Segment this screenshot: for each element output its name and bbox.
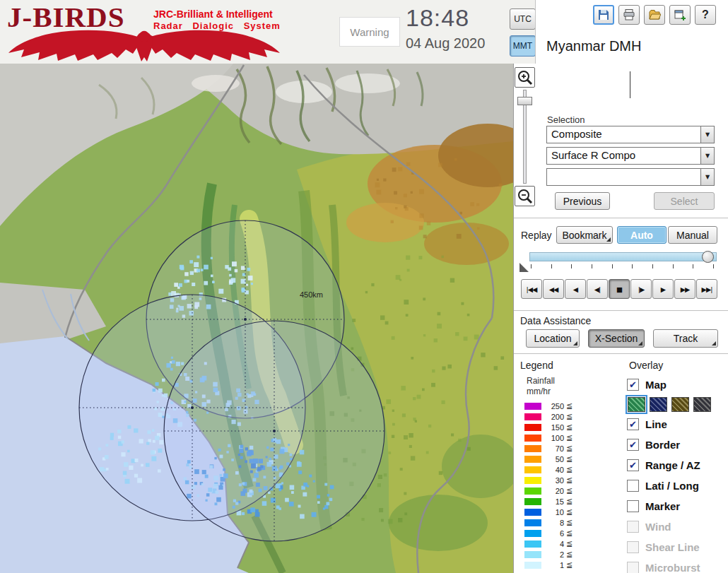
less-equal-icon: ≦ — [566, 486, 573, 495]
checkbox[interactable]: ✔ — [627, 379, 639, 391]
check-icon: ✔ — [629, 380, 637, 389]
transport-button[interactable]: ◀◀ — [543, 279, 564, 299]
map-canvas[interactable]: 450km — [0, 64, 513, 573]
replay-slider[interactable] — [519, 252, 718, 275]
checkbox[interactable]: ✔ — [627, 418, 639, 430]
transport-button[interactable]: |▶ — [630, 279, 652, 299]
side-panel: Selection Composite ▼ Surface R Compo ▼ … — [513, 64, 728, 573]
data-assistance-button-label: Location — [534, 333, 572, 344]
checkbox[interactable]: ✔ — [627, 562, 639, 573]
legend-value: 10 — [541, 508, 564, 516]
overlay-item[interactable]: ✔ Line — [626, 414, 727, 435]
legend-entry: 1 ≦ — [523, 560, 623, 570]
overlay-item[interactable]: ✔ Shear Line — [626, 537, 727, 557]
legend-color-swatch — [524, 477, 541, 484]
transport-button[interactable]: ◀| — [587, 279, 608, 299]
legend-color-swatch — [524, 466, 541, 473]
legend-value: 2 — [541, 550, 564, 559]
overlay-item[interactable]: ✔ Wind — [626, 516, 727, 537]
transport-button[interactable]: |◀◀ — [521, 279, 542, 299]
map-style-swatch[interactable] — [693, 397, 711, 412]
clock: 18:48 04 Aug 2020 — [406, 3, 512, 54]
add-view-button[interactable] — [669, 5, 691, 25]
open-button[interactable] — [644, 5, 665, 25]
overlay-item[interactable]: ✔ Microburst — [626, 557, 727, 573]
clock-time: 18:48 — [406, 3, 512, 33]
dropdown-value — [547, 169, 700, 185]
map-style-swatch[interactable] — [650, 397, 667, 412]
map-style-swatch[interactable] — [671, 397, 689, 412]
legend-entry: 4 ≦ — [523, 538, 623, 549]
print-button[interactable] — [618, 5, 640, 25]
divider — [514, 353, 728, 355]
jbirds-logo: J-BIRDS JRC-Brilliant & Intelligent Rada… — [3, 1, 335, 62]
legend-entries: 250 ≦ 200 ≦ 150 ≦ — [523, 401, 623, 570]
checkbox[interactable]: ✔ — [627, 459, 639, 471]
save-button[interactable] — [593, 5, 614, 25]
overlay-item-label: Border — [645, 439, 680, 451]
less-equal-icon: ≦ — [566, 539, 573, 548]
overlay-item-map[interactable]: ✔ Map — [626, 374, 727, 395]
transport-button[interactable]: ■ — [609, 279, 630, 299]
overlay-item[interactable]: ✔ Border — [626, 435, 727, 455]
corner-expand-icon — [606, 237, 611, 242]
transport-button[interactable]: ▶▶ — [674, 279, 695, 299]
range-ring-label: 450km — [300, 290, 323, 299]
warning-button[interactable]: Warning — [339, 17, 400, 47]
selection-label: Selection — [547, 114, 585, 125]
checkbox[interactable]: ✔ — [627, 541, 639, 553]
zoom-in-button[interactable] — [515, 67, 535, 88]
replay-slider-knob[interactable] — [702, 251, 714, 263]
transport-button[interactable]: ◀ — [565, 279, 586, 299]
help-button[interactable]: ? — [695, 5, 716, 25]
select-button[interactable]: Select — [654, 192, 715, 210]
checkbox[interactable]: ✔ — [627, 521, 639, 533]
legend-value: 8 — [541, 519, 564, 527]
map-style-swatch[interactable] — [628, 397, 645, 412]
less-equal-icon: ≦ — [566, 465, 573, 474]
zoom-out-icon — [517, 188, 534, 205]
selection-dropdown[interactable]: ▼ — [546, 168, 715, 186]
legend-entry: 6 ≦ — [523, 528, 623, 538]
checkbox[interactable]: ✔ — [627, 480, 639, 492]
warning-label: Warning — [350, 26, 389, 38]
manual-button[interactable]: Manual — [668, 226, 717, 244]
legend-value: 100 — [541, 434, 564, 442]
overlay-item[interactable]: ✔ Lati / Long — [626, 475, 727, 496]
legend-color-swatch — [524, 519, 541, 526]
selection-dropdown[interactable]: Surface R Compo ▼ — [546, 147, 715, 165]
data-assistance-button[interactable]: X-Section — [588, 329, 645, 348]
data-assistance-button[interactable]: Track — [653, 329, 718, 348]
legend-value: 4 — [541, 540, 564, 548]
divider — [514, 310, 728, 312]
overlay-item[interactable]: ✔ Marker — [626, 496, 727, 516]
transport-button[interactable]: ▶ — [652, 279, 674, 299]
chevron-down-icon[interactable]: ▼ — [700, 148, 714, 164]
eagle-icon — [3, 28, 286, 64]
less-equal-icon: ≦ — [566, 518, 573, 527]
checkbox[interactable]: ✔ — [627, 500, 639, 512]
zoom-slider[interactable] — [515, 90, 535, 184]
bookmark-button[interactable]: Bookmark — [556, 226, 613, 244]
less-equal-icon: ≦ — [566, 401, 573, 410]
radar-map[interactable]: 450km — [0, 64, 513, 573]
zoom-slider-thumb[interactable] — [517, 97, 532, 105]
zoom-out-button[interactable] — [515, 186, 535, 206]
utc-button[interactable]: UTC — [510, 8, 536, 30]
replay-slider-track[interactable] — [529, 252, 717, 261]
selection-dropdown[interactable]: Composite ▼ — [546, 126, 715, 143]
dropdown-value: Composite — [547, 126, 700, 143]
data-assistance-button[interactable]: Location — [526, 329, 580, 348]
mmt-button[interactable]: MMT — [510, 35, 536, 57]
checkbox[interactable]: ✔ — [627, 439, 639, 451]
auto-button[interactable]: Auto — [617, 226, 667, 244]
chevron-down-icon[interactable]: ▼ — [700, 126, 714, 143]
info-input[interactable] — [546, 68, 715, 102]
overlay-panel: Overlay ✔ Map — [626, 360, 727, 573]
previous-button[interactable]: Previous — [555, 192, 610, 210]
chevron-down-icon[interactable]: ▼ — [700, 169, 714, 185]
transport-button[interactable]: ▶▶| — [696, 279, 717, 299]
check-icon: ✔ — [629, 420, 637, 429]
overlay-item[interactable]: ✔ Range / AZ — [626, 455, 727, 475]
legend-color-swatch — [524, 424, 541, 431]
